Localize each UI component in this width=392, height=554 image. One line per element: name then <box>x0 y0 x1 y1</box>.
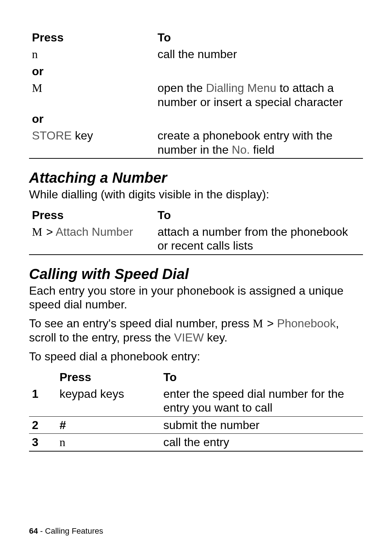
t1-to-m: open the Dialling Menu to attach a numbe… <box>155 80 363 110</box>
manual-page: Press To n call the number or M open the… <box>0 0 392 554</box>
t1-key-store-b: key <box>72 129 93 142</box>
p2a: To see an entry's speed dial number, pre… <box>29 317 253 330</box>
t1-key-n: n <box>29 46 155 62</box>
t3-r3-n: 3 <box>29 434 57 451</box>
t2-key-b: > <box>46 225 56 238</box>
t3-r2-to: submit the number <box>160 416 363 433</box>
t1-key-m: M <box>29 80 155 110</box>
t1-to-m-b: Dialling Menu <box>206 81 276 94</box>
t3-r2-press: # <box>57 416 160 433</box>
t3-r1-to: enter the speed dial number for the entr… <box>160 385 363 416</box>
t3-r3-to: call the entry <box>160 434 363 451</box>
heading-attaching: Attaching a Number <box>29 170 363 186</box>
t1-header-press: Press <box>29 29 155 46</box>
press-to-table-3: Press To 1 keypad keys enter the speed d… <box>29 369 363 452</box>
t3-r3-press: n <box>57 434 160 451</box>
page-footer: 64 - Calling Features <box>29 526 103 536</box>
p2c: > <box>264 317 277 330</box>
t1-to-store-c: field <box>250 143 274 156</box>
t3-r1-n: 1 <box>29 385 57 416</box>
press-to-table-1: Press To n call the number or M open the… <box>29 29 363 159</box>
heading-speeddial: Calling with Speed Dial <box>29 266 363 282</box>
p-speed-1: Each entry you store in your phonebook i… <box>29 284 363 312</box>
p2g: key. <box>204 331 227 344</box>
t2-key-c: Attach Number <box>56 225 133 238</box>
t1-header-to: To <box>155 29 363 46</box>
p2d: Phonebook <box>277 317 336 330</box>
t2-to: attach a number from the phonebook or re… <box>155 223 363 255</box>
footer-section: Calling Features <box>45 526 103 535</box>
t3-header-press: Press <box>57 369 160 385</box>
t2-key: M > Attach Number <box>29 223 155 255</box>
footer-page: 64 <box>29 526 38 535</box>
t1-to-m-a: open the <box>158 81 206 94</box>
t1-to-store-b: No. <box>232 143 250 156</box>
t3-r2-n: 2 <box>29 416 57 433</box>
t1-or1: or <box>29 63 155 80</box>
t2-header-to: To <box>155 207 363 223</box>
t2-key-a: M <box>32 225 43 238</box>
footer-sep: - <box>38 526 45 535</box>
t3-r1-press: keypad keys <box>57 385 160 416</box>
t1-key-store: STORE key <box>29 127 155 158</box>
press-to-table-2: Press To M > Attach Number attach a numb… <box>29 207 363 255</box>
t1-key-store-a: STORE <box>32 129 72 142</box>
t1-or2: or <box>29 110 155 127</box>
t2-header-press: Press <box>29 207 155 223</box>
p-speed-2: To see an entry's speed dial number, pre… <box>29 316 363 344</box>
p2b: M <box>253 317 264 330</box>
t1-to-store: create a phonebook entry with the number… <box>155 127 363 158</box>
p-speed-3: To speed dial a phonebook entry: <box>29 349 363 363</box>
p2f: VIEW <box>174 331 204 344</box>
t1-to-n: call the number <box>155 46 363 62</box>
p-attaching-intro: While dialling (with digits visible in t… <box>29 187 363 201</box>
t3-header-to: To <box>160 369 363 385</box>
